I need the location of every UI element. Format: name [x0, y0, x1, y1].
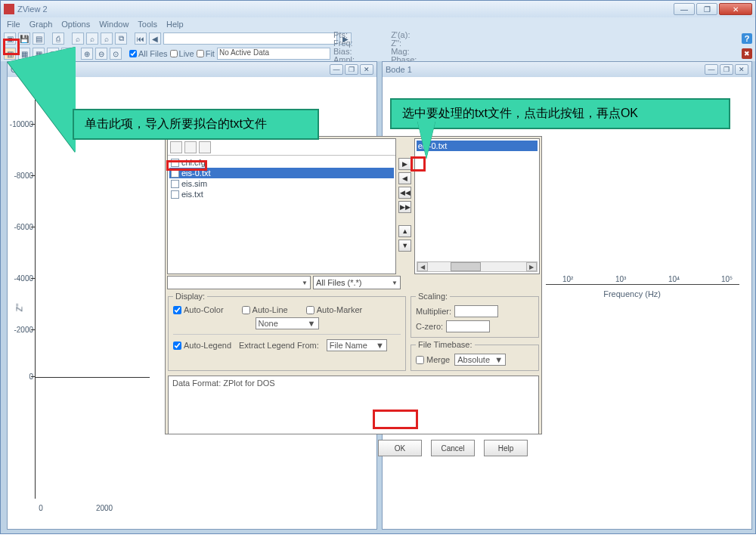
- auto-color-checkbox[interactable]: Auto-Color: [173, 305, 224, 314]
- bode-max-button[interactable]: ❐: [720, 64, 733, 75]
- target-file-pane: eis-0.txt ◀ ▶: [414, 138, 540, 274]
- source-file-list[interactable]: chi.cfg eis-0.txt eis.sim eis.txt: [169, 157, 394, 199]
- annotation-left: 单击此项，导入所要拟合的txt文件: [73, 109, 319, 140]
- tool-print-icon[interactable]: ⎙: [52, 32, 64, 45]
- active-data-combo[interactable]: No Active Data: [217, 48, 330, 60]
- file-icon: [171, 159, 179, 167]
- tool-prev-icon[interactable]: ◀: [149, 32, 161, 45]
- source-pane-toolbar: [168, 139, 395, 156]
- live-checkbox[interactable]: Live: [170, 49, 194, 58]
- add-one-button[interactable]: ▶: [398, 158, 411, 170]
- extract-legend-combo[interactable]: File Name▼: [327, 339, 387, 351]
- auto-marker-checkbox[interactable]: Auto-Marker: [306, 305, 363, 314]
- merge-checkbox[interactable]: Merge: [416, 355, 450, 364]
- y-axis-label: Z'': [14, 304, 23, 312]
- complex-max-button[interactable]: ❐: [345, 64, 358, 75]
- pane-detail-icon[interactable]: [199, 141, 211, 153]
- exit-icon[interactable]: ✖: [742, 48, 752, 59]
- add-all-button[interactable]: ▶▶: [398, 201, 411, 213]
- source-file-0[interactable]: chi.cfg: [169, 157, 394, 168]
- transfer-buttons: ▶ ◀ ◀◀ ▶▶ ▲ ▼: [398, 158, 412, 274]
- menu-graph[interactable]: Graph: [29, 20, 53, 29]
- titlebar: ZView 2 — ❐ ✕: [1, 1, 755, 17]
- move-down-button[interactable]: ▼: [398, 240, 411, 252]
- freq-label-1: Frequency (Hz): [603, 289, 661, 298]
- tool-zoom-fit-icon[interactable]: ⊙: [110, 48, 122, 60]
- pane-list-icon[interactable]: [184, 141, 197, 153]
- x-axis: [35, 377, 150, 378]
- auto-legend-checkbox[interactable]: Auto-Legend: [173, 341, 231, 350]
- tool-find-icon[interactable]: ⌕: [72, 32, 84, 45]
- complex-min-button[interactable]: —: [330, 64, 343, 75]
- source-file-3[interactable]: eis.txt: [169, 189, 394, 199]
- scaling-group: Scaling: Multiplier: C-zero:: [411, 292, 539, 338]
- help-button[interactable]: Help: [484, 440, 528, 456]
- app-title: ZView 2: [17, 5, 48, 14]
- annotation-right: 选中要处理的txt文件，点击此按钮，再点OK: [390, 98, 730, 129]
- complex-close-button[interactable]: ✕: [360, 64, 373, 75]
- move-up-button[interactable]: ▲: [398, 225, 411, 237]
- pane-up-icon[interactable]: [170, 141, 182, 153]
- timebase-group: File Timebase: Merge Absolute▼: [411, 340, 539, 371]
- source-file-2[interactable]: eis.sim: [169, 178, 394, 189]
- menubar: File Graph Options Window Tools Help: [1, 17, 755, 31]
- tool-saveas-icon[interactable]: ▤: [33, 32, 45, 45]
- ok-button[interactable]: OK: [378, 440, 422, 456]
- bode-min-button[interactable]: —: [705, 64, 718, 75]
- tool-copy-icon[interactable]: ⧉: [115, 32, 127, 45]
- import-dialog: chi.cfg eis-0.txt eis.sim eis.txt ▶ ◀ ◀◀…: [165, 136, 542, 434]
- display-group: Display: Auto-Color Auto-Line Auto-Marke…: [168, 292, 406, 371]
- data-format-panel: Data Format: ZPlot for DOS: [168, 376, 539, 434]
- tool-zoom-in-icon[interactable]: ⊕: [81, 48, 93, 60]
- annotation-arrow-2: [417, 121, 435, 159]
- maximize-button[interactable]: ❐: [696, 3, 717, 15]
- remove-all-button[interactable]: ◀◀: [398, 187, 411, 199]
- czero-input[interactable]: [446, 320, 490, 332]
- bode-close-button[interactable]: ✕: [735, 64, 748, 75]
- path-combo[interactable]: ▼: [167, 276, 311, 289]
- menu-tools[interactable]: Tools: [138, 20, 157, 29]
- timebase-combo[interactable]: Absolute▼: [454, 354, 506, 366]
- y-axis: [35, 100, 36, 499]
- source-file-1[interactable]: eis-0.txt: [169, 168, 394, 178]
- app-icon: [4, 4, 14, 14]
- menu-file[interactable]: File: [7, 20, 20, 29]
- tool-find3-icon[interactable]: ⌕: [101, 32, 113, 45]
- scroll-right-icon[interactable]: ▶: [526, 262, 537, 271]
- fit-checkbox[interactable]: Fit: [197, 49, 215, 58]
- menu-window[interactable]: Window: [99, 20, 129, 29]
- data-format-label: Data Format: ZPlot for DOS: [172, 379, 275, 388]
- close-button[interactable]: ✕: [719, 3, 752, 15]
- tool-save-icon[interactable]: 💾: [18, 32, 30, 45]
- allfiles-checkbox[interactable]: All Files: [129, 49, 168, 58]
- menu-help[interactable]: Help: [166, 20, 184, 29]
- filter-combo[interactable]: All Files (*.*)▼: [313, 276, 401, 289]
- line-style-combo[interactable]: None▼: [256, 317, 319, 329]
- scroll-thumb[interactable]: [451, 262, 481, 271]
- bode-titlebar: Bode 1 — ❐ ✕: [383, 62, 751, 77]
- help-icon[interactable]: ?: [742, 33, 752, 44]
- toolbar-range-combo[interactable]: [163, 32, 337, 45]
- file-icon: [171, 190, 179, 199]
- tool-first-icon[interactable]: ⏮: [135, 32, 147, 45]
- cancel-button[interactable]: Cancel: [431, 440, 475, 456]
- bode-title: Bode 1: [386, 65, 412, 74]
- file-icon: [171, 169, 179, 178]
- menu-options[interactable]: Options: [61, 20, 90, 29]
- scroll-left-icon[interactable]: ◀: [417, 262, 428, 271]
- minimize-button[interactable]: —: [674, 3, 695, 15]
- tool-open-icon[interactable]: ▣: [4, 32, 16, 45]
- info-labels: Pts:Freq: Bias:Ampl: Z'(a):Z'': Mag:Phas…: [333, 31, 417, 64]
- file-icon: [171, 180, 179, 188]
- tool-zoom-out-icon[interactable]: ⊖: [95, 48, 107, 60]
- annotation-arrow-1: [8, 47, 76, 153]
- target-scrollbar[interactable]: ◀ ▶: [417, 261, 538, 272]
- auto-line-checkbox[interactable]: Auto-Line: [242, 305, 288, 314]
- multiplier-input[interactable]: [454, 305, 498, 317]
- remove-one-button[interactable]: ◀: [398, 172, 411, 184]
- tool-find2-icon[interactable]: ⌕: [86, 32, 98, 45]
- source-file-pane: chi.cfg eis-0.txt eis.sim eis.txt: [167, 138, 396, 274]
